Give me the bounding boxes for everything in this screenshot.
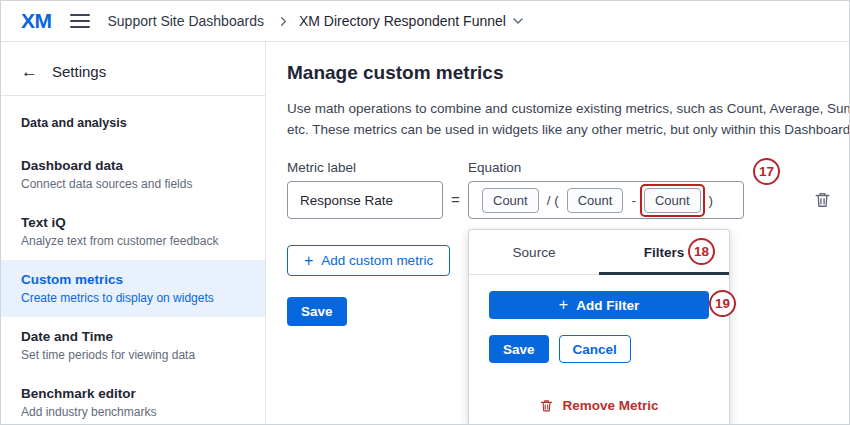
page-description: Use math operations to combine and custo… [287,99,850,141]
add-custom-metric-button[interactable]: + Add custom metric [287,245,450,276]
save-button[interactable]: Save [287,297,347,326]
trash-icon [539,398,554,413]
sidebar-item-benchmark-editor[interactable]: Benchmark editor Add industry benchmarks [1,374,265,425]
equation-count-button-1[interactable]: Count [482,188,539,213]
sidebar-item-sub: Connect data sources and fields [21,177,245,191]
settings-label: Settings [52,63,106,80]
hamburger-menu-icon[interactable] [70,14,90,28]
breadcrumb-current-dashboard[interactable]: XM Directory Respondent Funnel [299,13,506,29]
panel-save-button[interactable]: Save [489,335,549,363]
plus-icon: + [559,297,568,313]
delete-metric-trash-icon[interactable] [813,190,832,209]
plus-icon: + [304,253,313,269]
chevron-down-icon[interactable] [512,15,524,27]
annotation-step-17: 17 [753,158,780,185]
equation-count-button-3-label: Count [655,193,690,208]
equation-close-paren: ) [709,193,714,208]
panel-actions: Save Cancel [489,335,709,363]
equation-operator-minus: - [631,193,636,208]
sidebar-item-label: Custom metrics [21,272,245,287]
top-bar: XM Support Site Dashboards XM Directory … [1,1,849,42]
add-filter-label: Add Filter [576,298,639,313]
chevron-right-icon [278,16,289,27]
sidebar-item-label: Dashboard data [21,158,245,173]
panel-body: + Add Filter Save Cancel [469,275,729,363]
tab-source[interactable]: Source [469,230,599,274]
sidebar-section-data-and-analysis: Data and analysis [1,96,265,146]
add-custom-metric-label: Add custom metric [321,253,433,268]
metric-label-caption: Metric label [287,160,356,175]
panel-cancel-button[interactable]: Cancel [559,335,631,363]
annotation-step-19: 19 [709,290,736,317]
metric-label-input[interactable] [287,181,443,219]
sidebar-item-sub: Add industry benchmarks [21,405,245,419]
sidebar-item-date-and-time[interactable]: Date and Time Set time periods for viewi… [1,317,265,374]
equation-count-button-3[interactable]: Count [644,188,701,213]
xm-logo: XM [21,9,52,33]
sidebar-item-text-iq[interactable]: Text iQ Analyze text from customer feedb… [1,203,265,260]
equals-sign: = [451,191,460,208]
main-content: Manage custom metrics Use math operation… [267,42,849,424]
page-title: Manage custom metrics [287,62,503,84]
settings-back-button[interactable]: ← Settings [1,50,265,91]
sidebar-item-sub: Set time periods for viewing data [21,348,245,362]
breadcrumb-dashboards[interactable]: Support Site Dashboards [108,13,264,29]
sidebar-item-sub: Analyze text from customer feedback [21,234,245,248]
remove-metric-button[interactable]: Remove Metric [469,398,729,413]
add-filter-button[interactable]: + Add Filter [489,291,709,319]
annotation-step-18: 18 [688,238,715,265]
equation-caption: Equation [468,160,521,175]
equation-operator-divide-open: / ( [547,193,559,208]
sidebar-item-label: Text iQ [21,215,245,230]
app-window: XM Support Site Dashboards XM Directory … [0,0,850,425]
equation-box: Count / ( Count - Count ) [468,181,744,219]
back-arrow-icon: ← [21,63,38,80]
sidebar-item-label: Benchmark editor [21,386,245,401]
sidebar-item-sub: Create metrics to display on widgets [21,291,245,305]
remove-metric-label: Remove Metric [562,398,658,413]
settings-sidebar: ← Settings Data and analysis Dashboard d… [1,42,266,424]
sidebar-item-custom-metrics[interactable]: Custom metrics Create metrics to display… [1,260,265,317]
sidebar-item-dashboard-data[interactable]: Dashboard data Connect data sources and … [1,146,265,203]
sidebar-item-label: Date and Time [21,329,245,344]
equation-count-button-2[interactable]: Count [567,188,624,213]
